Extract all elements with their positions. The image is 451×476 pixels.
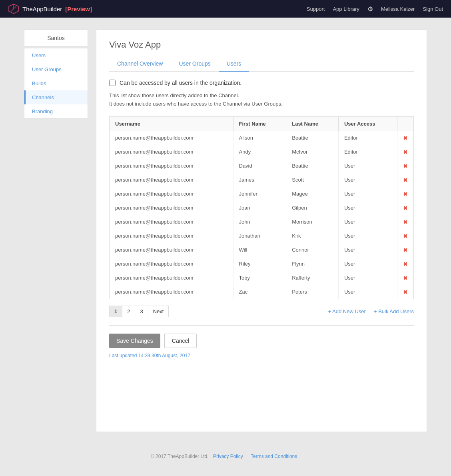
sidebar-item-branding[interactable]: Branding	[24, 104, 88, 118]
cell-remove: ✖	[397, 229, 414, 243]
cell-access: User	[338, 215, 397, 229]
cell-username: person.name@theappbuilder.com	[110, 257, 233, 271]
remove-user-button[interactable]: ✖	[403, 191, 408, 197]
page-btn-1[interactable]: 1	[109, 306, 122, 317]
section-divider	[109, 325, 414, 326]
copyright: © 2017 TheAppBuilder Ltd.	[151, 454, 209, 459]
col-useraccess: User Access	[338, 116, 397, 131]
cell-lastname: Peters	[286, 285, 339, 299]
table-row: person.name@theappbuilder.com Jonathan K…	[110, 229, 414, 243]
sidebar-item-channels[interactable]: Channels	[24, 90, 88, 104]
users-table: Username First Name Last Name User Acces…	[109, 116, 414, 299]
sidebar-item-builds[interactable]: Builds	[24, 76, 88, 90]
app-title: Viva Voz App	[109, 40, 414, 50]
cell-firstname: Zac	[233, 285, 286, 299]
remove-user-button[interactable]: ✖	[403, 219, 408, 225]
sidebar-item-users[interactable]: Users	[24, 48, 88, 62]
last-updated: Last updated 14:39 30th August, 2017	[109, 353, 414, 358]
user-name-link[interactable]: Melissa Keizer	[381, 6, 415, 12]
cell-access: Editor	[338, 131, 397, 145]
remove-user-button[interactable]: ✖	[403, 205, 408, 211]
sidebar-item-user-groups[interactable]: User Groups	[24, 62, 88, 76]
cell-lastname: Morrison	[286, 215, 339, 229]
col-firstname: First Name	[233, 116, 286, 131]
main-wrapper: Santos Users User Groups Builds Channels…	[0, 18, 451, 444]
cell-access: Editor	[338, 145, 397, 159]
cell-username: person.name@theappbuilder.com	[110, 131, 233, 145]
cell-remove: ✖	[397, 131, 414, 145]
header: TheAppBuilder [Preview] Support App Libr…	[0, 0, 451, 18]
bulk-add-users-link[interactable]: + Bulk Add Users	[374, 308, 414, 314]
cell-access: User	[338, 187, 397, 201]
cell-firstname: Riley	[233, 257, 286, 271]
sign-out-link[interactable]: Sign Out	[423, 6, 443, 12]
cell-lastname: McIvor	[286, 145, 339, 159]
cell-lastname: Rafferty	[286, 271, 339, 285]
table-row: person.name@theappbuilder.com John Morri…	[110, 215, 414, 229]
remove-user-button[interactable]: ✖	[403, 289, 408, 295]
tab-channel-overview[interactable]: Channel Overview	[109, 56, 171, 72]
cell-username: person.name@theappbuilder.com	[110, 145, 233, 159]
table-row: person.name@theappbuilder.com James Scot…	[110, 173, 414, 187]
table-row: person.name@theappbuilder.com Joan Gilpe…	[110, 201, 414, 215]
page-btn-3[interactable]: 3	[135, 306, 148, 317]
table-row: person.name@theappbuilder.com David Beat…	[110, 159, 414, 173]
cell-username: person.name@theappbuilder.com	[110, 271, 233, 285]
cell-lastname: Kirk	[286, 229, 339, 243]
cell-remove: ✖	[397, 285, 414, 299]
page-btn-2[interactable]: 2	[122, 306, 135, 317]
cell-username: person.name@theappbuilder.com	[110, 215, 233, 229]
tab-user-groups[interactable]: User Groups	[171, 56, 218, 72]
cell-lastname: Beattie	[286, 159, 339, 173]
cell-remove: ✖	[397, 159, 414, 173]
cell-remove: ✖	[397, 257, 414, 271]
remove-user-button[interactable]: ✖	[403, 261, 408, 267]
terms-conditions-link[interactable]: Terms and Conditions	[251, 454, 297, 459]
tabs: Channel Overview User Groups Users	[109, 56, 414, 72]
info-line1: This list show those users directly adde…	[109, 92, 414, 100]
add-new-user-link[interactable]: + Add New User	[328, 308, 366, 314]
cell-username: person.name@theappbuilder.com	[110, 285, 233, 299]
cell-access: User	[338, 229, 397, 243]
cell-firstname: Joan	[233, 201, 286, 215]
table-header: Username First Name Last Name User Acces…	[110, 116, 414, 131]
remove-user-button[interactable]: ✖	[403, 233, 408, 239]
bottom-actions: Save Changes Cancel	[109, 334, 414, 348]
remove-user-button[interactable]: ✖	[403, 149, 408, 155]
support-link[interactable]: Support	[307, 6, 325, 12]
remove-user-button[interactable]: ✖	[403, 247, 408, 253]
tab-users[interactable]: Users	[219, 56, 249, 72]
cell-remove: ✖	[397, 187, 414, 201]
remove-user-button[interactable]: ✖	[403, 275, 408, 281]
save-changes-button[interactable]: Save Changes	[109, 334, 160, 348]
cell-access: User	[338, 271, 397, 285]
sidebar: Santos Users User Groups Builds Channels…	[24, 30, 88, 432]
cell-lastname: Scott	[286, 173, 339, 187]
app-library-link[interactable]: App Library	[333, 6, 359, 12]
remove-user-button[interactable]: ✖	[403, 163, 408, 169]
pagination-row: 1 2 3 Next + Add New User + Bulk Add Use…	[109, 306, 414, 317]
table-row: person.name@theappbuilder.com Zac Peters…	[110, 285, 414, 299]
col-lastname: Last Name	[286, 116, 339, 131]
org-access-label: Can be accessed by all users in the orga…	[120, 80, 241, 86]
cell-firstname: Alison	[233, 131, 286, 145]
cell-access: User	[338, 257, 397, 271]
cancel-button[interactable]: Cancel	[164, 334, 197, 348]
cell-firstname: Jonathan	[233, 229, 286, 243]
org-access-checkbox[interactable]	[109, 80, 116, 86]
gear-icon[interactable]: ⚙	[367, 5, 373, 13]
table-row: person.name@theappbuilder.com Riley Flyn…	[110, 257, 414, 271]
privacy-policy-link[interactable]: Privacy Policy	[213, 454, 243, 459]
footer: © 2017 TheAppBuilder Ltd. Privacy Policy…	[0, 444, 451, 469]
pagination: 1 2 3 Next	[109, 306, 168, 317]
remove-user-button[interactable]: ✖	[403, 135, 408, 141]
logo-text: TheAppBuilder	[22, 6, 62, 12]
header-nav: Support App Library ⚙ Melissa Keizer Sig…	[307, 5, 443, 13]
cell-access: User	[338, 173, 397, 187]
remove-user-button[interactable]: ✖	[403, 177, 408, 183]
cell-remove: ✖	[397, 201, 414, 215]
cell-remove: ✖	[397, 243, 414, 257]
next-btn[interactable]: Next	[148, 306, 169, 317]
table-row: person.name@theappbuilder.com Andy McIvo…	[110, 145, 414, 159]
cell-firstname: David	[233, 159, 286, 173]
